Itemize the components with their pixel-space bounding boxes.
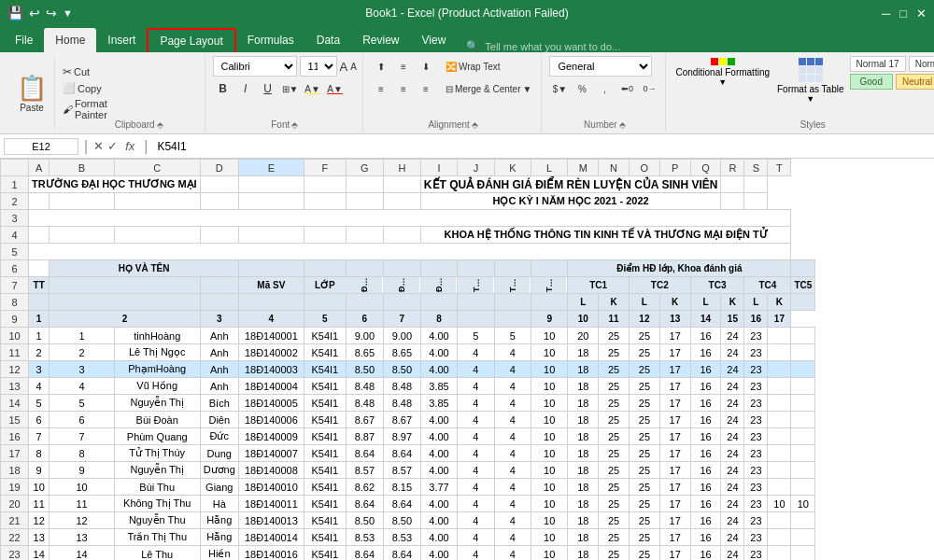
table-row: 191010Bùi ThuGiang18Đ140010K54I18.628.15… — [1, 479, 815, 496]
align-left-button[interactable]: ≡ — [371, 78, 391, 99]
clipboard-group-label: Clipboard — [115, 119, 155, 130]
increase-decimal-button[interactable]: ⬅0 — [616, 78, 637, 99]
table-row: 1788Tử Thị ThúyDung18Đ140007K54I18.648.6… — [1, 445, 815, 462]
table-row: 1677Phùm QuangĐức18Đ140009K54I18.878.974… — [1, 428, 815, 445]
format-as-table-button[interactable]: Format as Table ▼ — [775, 56, 846, 105]
align-top-button[interactable]: ⬆ — [371, 56, 391, 77]
table-row: 1 TRƯỜNG ĐẠI HỌC THƯƠNG MẠI KẾT QUẢ ĐÁNH… — [1, 176, 815, 193]
table-row: 7 TT Mã SV LỚP ĐTBCC ĐTBTH ĐTBHT TC1 TC2… — [1, 277, 815, 294]
table-row: 211212Nguyễn ThuHằng18Đ140013K54I18.508.… — [1, 512, 815, 529]
alignment-group-label: Alignment — [428, 119, 469, 130]
formula-input[interactable] — [153, 140, 930, 153]
cut-button[interactable]: ✂ Cut — [59, 64, 111, 79]
table-row: 1899Nguyễn ThịDương18Đ140008K54I18.578.5… — [1, 462, 815, 479]
bold-button[interactable]: B — [213, 78, 234, 99]
tab-formulas[interactable]: Formulas — [236, 28, 305, 52]
table-row: 1344Vũ HồngAnh18Đ140004K54I18.488.483.85… — [1, 378, 815, 395]
save-icon[interactable]: 💾 — [7, 6, 23, 21]
number-format-select[interactable]: General — [549, 56, 652, 77]
normal-style-box[interactable]: Normal — [909, 56, 934, 72]
fx-label: fx — [125, 139, 134, 153]
font-name-select[interactable]: Calibri — [213, 56, 297, 77]
table-row: 231414Lê ThuHiền18Đ140016K54I18.648.644.… — [1, 546, 815, 561]
font-size-select[interactable]: 11 — [300, 56, 337, 77]
table-row: 3 — [1, 210, 815, 227]
confirm-formula-icon[interactable]: ✓ — [107, 139, 118, 153]
tab-page-layout[interactable]: Page Layout — [147, 28, 235, 52]
neutral-style-box[interactable]: Neutral — [896, 74, 934, 90]
normal17-style-box[interactable]: Normal 17 — [850, 56, 906, 72]
paste-button[interactable]: 📋 Paste — [9, 56, 54, 130]
font-group-label: Font — [271, 119, 290, 130]
table-row: 1566Bùi ĐoànDiên18Đ140006K54I18.678.674.… — [1, 412, 815, 428]
align-middle-button[interactable]: ≡ — [393, 56, 414, 77]
font-color-button[interactable]: A▼ — [325, 78, 346, 99]
undo-icon[interactable]: ↩ — [29, 6, 40, 21]
tell-me-input[interactable]: Tell me what you want to do... — [485, 41, 620, 52]
table-row: 1233PhạmHoàngAnh18Đ140003K54I18.508.504.… — [1, 361, 815, 378]
format-painter-button[interactable]: 🖌 Format Painter — [59, 97, 111, 121]
cancel-formula-icon[interactable]: ✕ — [93, 139, 104, 153]
tab-view[interactable]: View — [411, 28, 458, 52]
border-button[interactable]: ⊞▼ — [280, 78, 301, 99]
tab-file[interactable]: File — [4, 28, 44, 52]
wrap-text-button[interactable]: 🔀Wrap Text — [442, 61, 504, 73]
table-row: 201111Không Thị ThuHà18Đ140011K54I18.648… — [1, 496, 815, 512]
window-title: Book1 - Excel (Product Activation Failed… — [0, 7, 934, 20]
name-box[interactable] — [4, 138, 78, 155]
conditional-formatting-button[interactable]: Conditional Formatting ▼ — [673, 56, 771, 105]
tab-review[interactable]: Review — [351, 28, 410, 52]
redo-icon[interactable]: ↪ — [46, 6, 57, 21]
underline-button[interactable]: U — [258, 78, 278, 99]
good-style-box[interactable]: Good — [850, 74, 893, 90]
tab-home[interactable]: Home — [44, 28, 96, 52]
merge-center-button[interactable]: ⊟Merge & Center▼ — [442, 83, 536, 95]
number-group-label: Number — [584, 119, 617, 130]
table-row: 4 KHOA HỆ THỐNG THÔNG TIN KINH TẾ VÀ THƯ… — [1, 227, 815, 244]
table-row: 2 HỌC KỲ I NĂM HỌC 2021 - 2022 — [1, 193, 815, 210]
table-row: 1011tinhHoàngAnh18Đ140001K54I19.009.004.… — [1, 328, 815, 344]
copy-button[interactable]: ⬜ Copy — [59, 81, 111, 95]
accounting-button[interactable]: $▼ — [549, 78, 570, 99]
decrease-font-icon[interactable]: A — [350, 62, 357, 72]
comma-button[interactable]: , — [594, 78, 615, 99]
table-row: 8 L K L K L K L K — [1, 294, 815, 311]
tab-data[interactable]: Data — [305, 28, 351, 52]
table-row: 6 HỌ VÀ TÊN Điểm HĐ lớp, Khoa đánh giá — [1, 260, 815, 277]
table-row: 9 1 2 3 4 5 6 7 8 9 10 11 12 13 14 15 16… — [1, 311, 815, 328]
tab-insert[interactable]: Insert — [96, 28, 147, 52]
italic-button[interactable]: I — [235, 78, 256, 99]
table-row: 5 — [1, 244, 815, 260]
decrease-decimal-button[interactable]: 0→ — [639, 78, 659, 99]
fill-color-button[interactable]: A▼ — [303, 78, 323, 99]
table-row: 1122Lê Thị NgọcAnh18Đ140002K54I18.658.65… — [1, 344, 815, 361]
styles-group-label: Styles — [800, 119, 826, 130]
align-right-button[interactable]: ≡ — [416, 78, 436, 99]
table-row: 1455Nguyễn ThịBích18Đ140005K54I18.488.48… — [1, 395, 815, 412]
align-center-button[interactable]: ≡ — [393, 78, 414, 99]
align-bottom-button[interactable]: ⬇ — [416, 56, 436, 77]
increase-font-icon[interactable]: A — [340, 60, 348, 74]
table-row: 221313Trần Thị ThuHằng18Đ140014K54I18.53… — [1, 529, 815, 546]
percent-button[interactable]: % — [572, 78, 592, 99]
